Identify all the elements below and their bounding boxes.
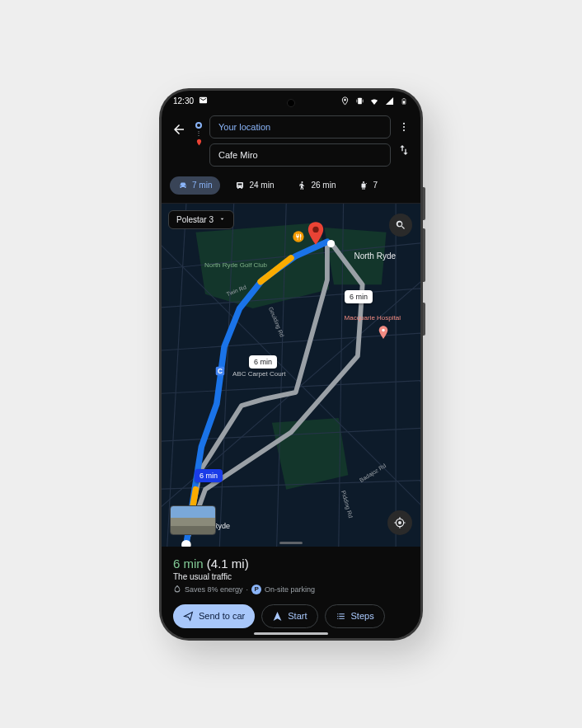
- poi-northryde-label: North Ryde: [354, 251, 396, 261]
- origin-placeholder: Your location: [218, 122, 270, 132]
- phone-side-button: [423, 303, 425, 336]
- tab-rideshare[interactable]: 7: [350, 176, 386, 195]
- vibrate-icon: [354, 96, 364, 106]
- svg-rect-3: [403, 101, 406, 103]
- phone-side-button: [423, 228, 425, 282]
- sheet-drag-handle[interactable]: [279, 542, 303, 544]
- svg-point-8: [302, 181, 303, 183]
- route-label-alt1[interactable]: 6 min: [249, 355, 277, 369]
- tab-driving[interactable]: 7 min: [170, 176, 220, 195]
- destination-field[interactable]: Cafe Miro: [209, 143, 391, 167]
- svg-point-14: [382, 328, 385, 331]
- send-to-car-label: Send to car: [199, 611, 245, 621]
- tab-rideshare-label: 7: [373, 181, 378, 190]
- poi-carpet-label: ABC Carpet Court: [232, 370, 285, 378]
- svg-point-0: [344, 99, 345, 101]
- poi-marker-food[interactable]: [292, 230, 303, 242]
- more-options-button[interactable]: [396, 119, 412, 135]
- action-row: Send to car Start Steps: [173, 604, 409, 628]
- location-icon: [340, 96, 350, 106]
- send-to-car-button[interactable]: Send to car: [173, 604, 255, 628]
- signal-icon: [384, 96, 394, 106]
- svg-point-9: [363, 181, 364, 183]
- origin-field[interactable]: Your location: [209, 115, 391, 139]
- route-distance: (4.1 mi): [207, 557, 249, 571]
- destination-marker[interactable]: [307, 222, 325, 248]
- svg-point-11: [399, 521, 401, 524]
- search-map-button[interactable]: [389, 214, 412, 237]
- svg-rect-4: [403, 98, 404, 99]
- svg-point-12: [312, 226, 318, 232]
- wifi-icon: [369, 96, 379, 106]
- recenter-button[interactable]: [387, 510, 412, 535]
- phone-frame: 12:30: [159, 88, 423, 641]
- steps-label: Steps: [351, 611, 374, 621]
- phone-side-button: [423, 187, 425, 220]
- energy-savings-label: Saves 8% energy: [185, 585, 243, 594]
- traffic-status: The usual traffic: [173, 572, 409, 581]
- route-label-alt2[interactable]: 6 min: [345, 290, 373, 303]
- duration-row: 6 min (4.1 mi): [173, 557, 409, 571]
- navigate-icon: [272, 611, 283, 622]
- travel-mode-tabs: 7 min 24 min 26 min 7: [162, 173, 420, 204]
- svg-point-22: [327, 239, 335, 247]
- poi-marker-carpet[interactable]: C: [214, 365, 226, 377]
- svg-point-7: [403, 129, 405, 131]
- steps-button[interactable]: Steps: [325, 604, 385, 628]
- home-indicator: [254, 632, 328, 635]
- origin-dot-icon: [195, 122, 202, 129]
- poi-marker-hospital[interactable]: [378, 326, 389, 337]
- transit-icon: [235, 181, 245, 190]
- route-points-indicator: ⋮: [193, 122, 204, 148]
- route-label-primary[interactable]: 6 min: [195, 469, 223, 482]
- back-button[interactable]: [170, 120, 188, 139]
- route-summary-sheet[interactable]: 6 min (4.1 mi) The usual traffic Saves 8…: [162, 547, 420, 638]
- tab-driving-label: 7 min: [192, 181, 212, 190]
- battery-icon: [399, 96, 409, 106]
- tab-transit-label: 24 min: [249, 181, 274, 190]
- rideshare-icon: [359, 181, 368, 190]
- start-label: Start: [288, 611, 307, 621]
- parking-badge-icon: P: [251, 585, 261, 594]
- list-icon: [336, 611, 346, 622]
- destination-value: Cafe Miro: [218, 150, 258, 160]
- svg-point-5: [403, 122, 405, 124]
- svg-rect-1: [358, 98, 362, 104]
- start-button[interactable]: Start: [261, 604, 317, 628]
- destination-pin-icon: [195, 139, 203, 148]
- status-time: 12:30: [173, 96, 194, 106]
- route-duration: 6 min: [173, 557, 204, 571]
- walk-icon: [297, 181, 307, 190]
- car-icon: [178, 181, 188, 190]
- vehicle-selector[interactable]: Polestar 3: [168, 210, 234, 229]
- poi-golf-label: North Ryde Golf Club: [204, 261, 267, 269]
- tab-transit[interactable]: 24 min: [227, 176, 282, 195]
- route-tags: Saves 8% energy · P On-site parking: [173, 585, 409, 594]
- tab-walking-label: 26 min: [311, 181, 336, 190]
- send-icon: [183, 611, 194, 622]
- vehicle-name: Polestar 3: [176, 215, 214, 224]
- chevron-down-icon: [218, 215, 226, 224]
- poi-hospital-label: Macquarie Hospital: [345, 314, 401, 322]
- svg-point-6: [403, 125, 405, 127]
- svg-text:C: C: [218, 367, 223, 374]
- directions-header: ⋮ Your location Cafe Miro: [162, 112, 420, 173]
- tab-walking[interactable]: 26 min: [289, 176, 344, 195]
- parking-label: On-site parking: [265, 585, 315, 594]
- streetview-thumbnail[interactable]: [170, 505, 216, 535]
- email-icon: [199, 96, 208, 106]
- swap-button[interactable]: [396, 142, 412, 158]
- leaf-icon: [173, 585, 181, 594]
- camera-hole: [287, 99, 295, 107]
- map-canvas[interactable]: Polestar 3 6 min 6 min 6 min North Ryde …: [162, 204, 420, 547]
- phone-screen: 12:30: [162, 91, 420, 638]
